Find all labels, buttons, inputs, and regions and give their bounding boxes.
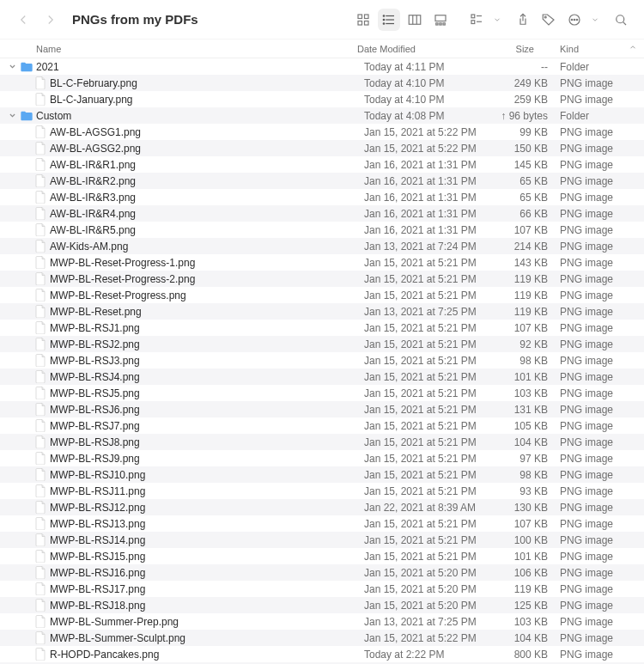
svg-point-7 bbox=[383, 15, 385, 16]
more-actions-button[interactable] bbox=[563, 9, 586, 31]
file-icon bbox=[33, 289, 48, 302]
file-size: 107 KB bbox=[498, 224, 560, 236]
file-size: 119 KB bbox=[498, 583, 560, 595]
file-row[interactable]: MWP-BL-RSJ10.pngJan 15, 2021 at 5:21 PM9… bbox=[0, 466, 644, 483]
file-row[interactable]: MWP-BL-RSJ15.pngJan 15, 2021 at 5:21 PM1… bbox=[0, 548, 644, 564]
file-row[interactable]: AW-BL-IR&R1.pngJan 16, 2021 at 1:31 PM14… bbox=[0, 156, 644, 173]
file-kind: PNG image bbox=[560, 224, 644, 236]
file-row[interactable]: MWP-BL-RSJ4.pngJan 15, 2021 at 5:21 PM10… bbox=[0, 369, 644, 385]
nav-back-button[interactable] bbox=[12, 9, 34, 31]
file-name: MWP-BL-RSJ11.png bbox=[48, 485, 364, 497]
file-date: Jan 15, 2021 at 5:21 PM bbox=[364, 273, 498, 285]
toolbar-right bbox=[465, 9, 632, 31]
file-row[interactable]: MWP-BL-RSJ5.pngJan 15, 2021 at 5:21 PM10… bbox=[0, 385, 644, 401]
file-size: 800 KB bbox=[498, 649, 560, 661]
file-date: Jan 15, 2021 at 5:21 PM bbox=[364, 404, 498, 416]
file-row[interactable]: MWP-BL-RSJ17.pngJan 15, 2021 at 5:20 PM1… bbox=[0, 581, 644, 597]
file-row[interactable]: MWP-BL-RSJ9.pngJan 15, 2021 at 5:21 PM97… bbox=[0, 450, 644, 466]
file-list[interactable]: 2021Today at 4:11 PM--FolderBL-C-Februar… bbox=[0, 58, 644, 664]
column-header-size[interactable]: Size bbox=[491, 44, 560, 54]
disclosure-triangle[interactable] bbox=[9, 112, 19, 119]
file-icon bbox=[33, 533, 48, 546]
share-button[interactable] bbox=[512, 9, 534, 31]
file-row[interactable]: MWP-BL-RSJ1.pngJan 15, 2021 at 5:21 PM10… bbox=[0, 320, 644, 336]
file-date: Jan 16, 2021 at 1:31 PM bbox=[364, 208, 498, 220]
file-date: Jan 15, 2021 at 5:21 PM bbox=[364, 518, 498, 530]
view-icon-button[interactable] bbox=[352, 9, 374, 31]
svg-point-27 bbox=[617, 15, 624, 22]
file-row[interactable]: AW-BL-IR&R4.pngJan 16, 2021 at 1:31 PM66… bbox=[0, 205, 644, 222]
file-row[interactable]: MWP-BL-RSJ7.pngJan 15, 2021 at 5:21 PM10… bbox=[0, 417, 644, 434]
file-icon bbox=[33, 566, 48, 579]
view-gallery-button[interactable] bbox=[429, 9, 452, 31]
file-size: -- bbox=[498, 61, 560, 73]
file-row[interactable]: AW-BL-IR&R2.pngJan 16, 2021 at 1:31 PM65… bbox=[0, 173, 644, 189]
file-date: Jan 15, 2021 at 5:21 PM bbox=[364, 485, 498, 497]
file-date: Today at 4:08 PM bbox=[364, 110, 498, 122]
file-row[interactable]: MWP-BL-RSJ11.pngJan 15, 2021 at 5:21 PM9… bbox=[0, 483, 644, 499]
file-icon bbox=[33, 501, 48, 514]
disclosure-triangle[interactable] bbox=[9, 63, 19, 70]
file-size: 145 KB bbox=[498, 159, 560, 171]
file-row[interactable]: AW-BL-IR&R3.pngJan 16, 2021 at 1:31 PM65… bbox=[0, 189, 644, 205]
file-row[interactable]: AW-BL-AGSG1.pngJan 15, 2021 at 5:22 PM99… bbox=[0, 124, 644, 140]
file-row[interactable]: R-HOPD-Pancakes.pngToday at 2:22 PM800 K… bbox=[0, 646, 644, 662]
file-row[interactable]: MWP-BL-RSJ12.pngJan 22, 2021 at 8:39 AM1… bbox=[0, 499, 644, 515]
file-row[interactable]: MWP-BL-RSJ18.pngJan 15, 2021 at 5:20 PM1… bbox=[0, 597, 644, 613]
file-row[interactable]: BL-C-February.pngToday at 4:10 PM249 KBP… bbox=[0, 75, 644, 91]
file-icon bbox=[33, 631, 48, 644]
file-size: 107 KB bbox=[498, 518, 560, 530]
file-row[interactable]: BL-C-January.pngToday at 4:10 PM259 KBPN… bbox=[0, 91, 644, 107]
file-row[interactable]: MWP-BL-RSJ13.pngJan 15, 2021 at 5:21 PM1… bbox=[0, 515, 644, 532]
svg-rect-17 bbox=[471, 15, 475, 18]
file-icon bbox=[33, 256, 48, 269]
file-icon bbox=[33, 436, 48, 448]
folder-row[interactable]: 2021Today at 4:11 PM--Folder bbox=[0, 58, 644, 75]
group-by-button[interactable] bbox=[465, 9, 488, 31]
file-date: Jan 16, 2021 at 1:31 PM bbox=[364, 159, 498, 171]
file-row[interactable]: MWP-BL-Reset-Progress.pngJan 15, 2021 at… bbox=[0, 287, 644, 303]
file-name: MWP-BL-RSJ15.png bbox=[48, 551, 364, 563]
column-header-row: Name Date Modified Size Kind bbox=[0, 40, 644, 58]
file-row[interactable]: MWP-BL-Reset-Progress-2.pngJan 15, 2021 … bbox=[0, 271, 644, 287]
file-row[interactable]: MWP-BL-Summer-Sculpt.pngJan 15, 2021 at … bbox=[0, 630, 644, 646]
file-kind: PNG image bbox=[560, 322, 644, 334]
file-row[interactable]: AW-Kids-AM.pngJan 13, 2021 at 7:24 PM214… bbox=[0, 238, 644, 254]
file-icon bbox=[33, 305, 48, 318]
view-column-button[interactable] bbox=[404, 9, 426, 31]
folder-row[interactable]: CustomToday at 4:08 PM↑ 96 bytesFolder bbox=[0, 107, 644, 124]
columns-menu-icon[interactable] bbox=[629, 43, 637, 53]
file-row[interactable]: MWP-BL-RSJ8.pngJan 15, 2021 at 5:21 PM10… bbox=[0, 434, 644, 450]
file-date: Today at 2:22 PM bbox=[364, 649, 498, 661]
view-list-button[interactable] bbox=[378, 9, 400, 31]
file-icon bbox=[33, 615, 48, 628]
file-size: 119 KB bbox=[498, 289, 560, 302]
file-date: Jan 16, 2021 at 1:31 PM bbox=[364, 192, 498, 204]
file-name: MWP-BL-RSJ14.png bbox=[48, 534, 364, 546]
file-kind: PNG image bbox=[560, 371, 644, 383]
file-row[interactable]: MWP-BL-RSJ3.pngJan 15, 2021 at 5:21 PM98… bbox=[0, 352, 644, 369]
file-row[interactable]: MWP-BL-Summer-Prep.pngJan 13, 2021 at 7:… bbox=[0, 613, 644, 630]
file-row[interactable]: AW-BL-AGSG2.pngJan 15, 2021 at 5:22 PM15… bbox=[0, 140, 644, 156]
file-icon bbox=[33, 484, 48, 497]
file-name: MWP-BL-Reset-Progress.png bbox=[48, 289, 364, 302]
search-button[interactable] bbox=[610, 9, 632, 31]
column-header-name[interactable]: Name bbox=[36, 44, 357, 54]
file-name: MWP-BL-RSJ9.png bbox=[48, 453, 364, 465]
file-name: MWP-BL-RSJ1.png bbox=[48, 322, 364, 334]
column-header-date[interactable]: Date Modified bbox=[357, 44, 491, 54]
file-date: Today at 4:10 PM bbox=[364, 94, 498, 106]
file-size: 214 KB bbox=[498, 241, 560, 253]
file-row[interactable]: MWP-BL-Reset-Progress-1.pngJan 15, 2021 … bbox=[0, 254, 644, 271]
file-row[interactable]: MWP-BL-RSJ16.pngJan 15, 2021 at 5:20 PM1… bbox=[0, 564, 644, 581]
file-icon bbox=[33, 648, 48, 661]
nav-forward-button[interactable] bbox=[39, 9, 62, 31]
file-row[interactable]: MWP-BL-RSJ6.pngJan 15, 2021 at 5:21 PM13… bbox=[0, 401, 644, 417]
file-row[interactable]: MWP-BL-RSJ14.pngJan 15, 2021 at 5:21 PM1… bbox=[0, 532, 644, 548]
tags-button[interactable] bbox=[538, 9, 560, 31]
file-row[interactable]: AW-BL-IR&R5.pngJan 16, 2021 at 1:31 PM10… bbox=[0, 222, 644, 238]
file-name: MWP-BL-RSJ7.png bbox=[48, 420, 364, 432]
file-row[interactable]: MWP-BL-Reset.pngJan 13, 2021 at 7:25 PM1… bbox=[0, 303, 644, 320]
file-name: MWP-BL-RSJ18.png bbox=[48, 600, 364, 612]
file-row[interactable]: MWP-BL-RSJ2.pngJan 15, 2021 at 5:21 PM92… bbox=[0, 336, 644, 352]
